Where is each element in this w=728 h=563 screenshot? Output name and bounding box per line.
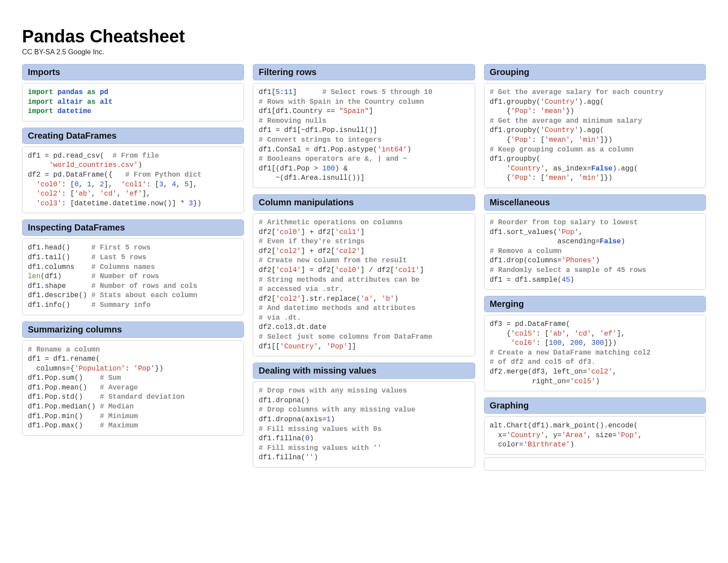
column-1: Imports import pandas as pd import altai… [22, 64, 244, 477]
page-title: Pandas Cheatsheet [22, 26, 706, 46]
section-header-summarizing: Summarizing columns [22, 321, 244, 338]
code-summarizing: # Rename a column df1 = df1.rename( colu… [22, 340, 244, 436]
section-inspecting: Inspecting DataFrames df1.head() # First… [22, 219, 244, 315]
section-header-merging: Merging [484, 296, 706, 312]
section-header-grouping: Grouping [484, 64, 706, 80]
section-graphing: Graphing alt.Chart(df1).mark_point().enc… [484, 397, 706, 471]
section-colmanip: Column manipulations # Arithmetic operat… [253, 194, 475, 356]
code-creating: df1 = pd.read_csv( # From file 'world_co… [22, 147, 244, 214]
code-missing: # Drop rows with any missing values df1.… [253, 382, 475, 468]
column-3: Grouping # Get the average salary for ea… [484, 64, 706, 477]
section-header-missing: Dealing with missing values [253, 363, 475, 379]
code-grouping: # Get the average salary for each countr… [484, 83, 706, 188]
code-merging: df3 = pd.DataFrame( {'col5': ['ab', 'cd'… [484, 315, 706, 391]
section-header-imports: Imports [22, 64, 244, 80]
columns-wrapper: Imports import pandas as pd import altai… [22, 64, 706, 477]
section-header-misc: Miscellaneous [484, 194, 706, 211]
column-2: Filtering rows df1[5:11] # Select rows 5… [253, 64, 475, 477]
page-subtitle: CC BY-SA 2.5 Google Inc. [22, 48, 706, 56]
section-header-creating: Creating DataFrames [22, 128, 244, 144]
section-header-filtering: Filtering rows [253, 64, 475, 80]
section-grouping: Grouping # Get the average salary for ea… [484, 64, 706, 188]
section-creating: Creating DataFrames df1 = pd.read_csv( #… [22, 128, 244, 214]
section-filtering: Filtering rows df1[5:11] # Select rows 5… [253, 64, 475, 188]
section-header-graphing: Graphing [484, 397, 706, 414]
section-misc: Miscellaneous # Reorder from top salary … [484, 194, 706, 290]
section-imports: Imports import pandas as pd import altai… [22, 64, 244, 121]
code-graphing: alt.Chart(df1).mark_point().encode( x='C… [484, 416, 706, 455]
code-filtering: df1[5:11] # Select rows 5 through 10 # R… [253, 83, 475, 188]
section-header-inspecting: Inspecting DataFrames [22, 219, 244, 236]
section-merging: Merging df3 = pd.DataFrame( {'col5': ['a… [484, 296, 706, 391]
empty-box [484, 457, 706, 471]
section-summarizing: Summarizing columns # Rename a column df… [22, 321, 244, 436]
code-misc: # Reorder from top salary to lowest df1.… [484, 213, 706, 290]
code-colmanip: # Arithmetic operations on columns df2['… [253, 213, 475, 356]
section-missing: Dealing with missing values # Drop rows … [253, 363, 475, 468]
section-header-colmanip: Column manipulations [253, 194, 475, 211]
code-imports: import pandas as pd import altair as alt… [22, 83, 244, 121]
code-inspecting: df1.head() # First 5 rows df1.tail() # L… [22, 238, 244, 315]
